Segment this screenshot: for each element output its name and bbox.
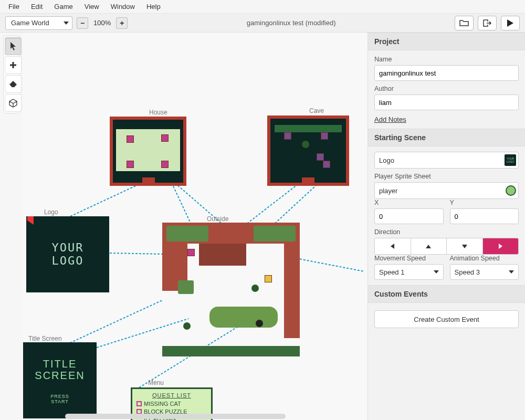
pointer-tool[interactable] [5,37,22,55]
player-sprite-select[interactable]: player [374,182,519,199]
custom-events-header: Custom Events [368,285,525,303]
direction-down[interactable] [447,238,483,254]
arrow-right-icon [499,244,502,249]
scene-label-title: Title Screen [28,335,62,342]
cube-tool[interactable] [5,94,22,112]
zoom-in-button[interactable]: + [116,17,128,29]
project-name-input[interactable] [374,65,519,81]
world-canvas[interactable]: House Cave Logo YOUR LOGO Outside [23,33,368,420]
title-line1: TITLE [23,358,97,370]
zoom-controls: − 100% + [77,17,128,29]
menu-window[interactable]: Window [106,1,140,12]
erase-tool[interactable] [5,75,22,93]
direction-label: Direction [374,228,519,236]
scene-label-cave: Cave [309,107,324,114]
player-sprite-value: player [379,187,506,195]
author-input[interactable] [374,94,519,110]
direction-buttons [374,238,519,255]
quest-list-header: QUEST LIST [136,392,207,398]
add-notes-link[interactable]: Add Notes [374,116,406,123]
cube-icon [8,98,18,108]
play-icon [507,19,513,27]
view-selector[interactable]: Game World [5,16,72,30]
logo-text: YOUR LOGO [52,242,84,267]
scene-title-screen[interactable]: TITLE SCREEN PRESS START [23,342,97,418]
start-scene-value: Logo [379,156,505,164]
add-tool[interactable] [5,56,22,74]
export-icon [482,19,492,27]
plus-icon [9,61,17,69]
scene-label-house: House [149,109,167,116]
animation-speed-select[interactable]: Speed 3 [450,264,519,280]
svg-line-5 [170,180,191,224]
title-line2: SCREEN [23,370,97,381]
direction-right[interactable] [483,238,519,254]
player-sprite-icon [506,185,516,196]
create-custom-event-button[interactable]: Create Custom Event [374,310,519,328]
x-input[interactable] [374,208,444,224]
movement-speed-label: Movement Speed [374,255,444,262]
zoom-out-button[interactable]: − [77,17,88,29]
svg-line-7 [246,180,304,224]
author-label: Author [374,85,519,92]
folder-icon [459,19,469,27]
start-flag-icon [27,216,34,225]
menu-file[interactable]: File [3,1,25,12]
svg-line-1 [110,253,164,254]
tool-column [0,33,23,420]
x-label: X [374,199,444,206]
arrow-left-icon [391,244,394,249]
export-button[interactable] [478,16,497,30]
toolbar: Game World − 100% + gamingonlinux test (… [0,14,525,33]
start-scene-select[interactable]: Logo YOURLOGO [374,152,519,169]
menu-help[interactable]: Help [141,1,166,12]
chevron-down-icon [509,270,514,274]
player-sprite-label: Player Sprite Sheet [374,173,519,180]
title-sub: PRESS START [23,394,97,404]
scene-logo[interactable]: YOUR LOGO [26,216,109,292]
scene-label-outside: Outside [207,215,228,223]
scene-label-logo: Logo [44,208,58,216]
zoom-value: 100% [90,19,114,27]
menu-edit[interactable]: Edit [26,1,48,12]
menubar: File Edit Game View Window Help [0,0,525,14]
arrow-up-icon [426,245,431,248]
movement-speed-select[interactable]: Speed 1 [374,264,444,280]
play-button[interactable] [501,16,520,30]
animation-speed-label: Animation Speed [450,255,519,262]
svg-line-3 [60,300,162,348]
scene-outside[interactable] [162,223,300,356]
quest-item: MISSING CAT [136,401,207,407]
scene-cave[interactable] [267,116,349,186]
inspector-panel: Project Name Author Add Notes Starting S… [368,33,525,420]
scene-thumb-icon: YOURLOGO [505,154,516,166]
menu-game[interactable]: Game [49,1,78,12]
eraser-icon [8,80,18,88]
y-label: Y [450,199,519,206]
name-label: Name [374,56,519,63]
direction-left[interactable] [375,238,411,254]
document-title: gamingonlinux test (modified) [132,19,450,27]
pointer-icon [9,41,17,51]
menu-view[interactable]: View [79,1,104,12]
direction-up[interactable] [411,238,447,254]
y-input[interactable] [450,208,519,224]
chevron-down-icon [64,22,69,25]
view-selector-label: Game World [11,19,49,27]
svg-line-9 [296,258,364,271]
horizontal-scrollbar[interactable] [65,414,286,419]
folder-button[interactable] [455,16,474,30]
starting-scene-header: Starting Scene [368,129,525,146]
scene-label-menu: Menu [148,379,164,386]
scene-house[interactable] [110,117,186,186]
arrow-down-icon [462,245,467,248]
project-header: Project [368,33,525,50]
chevron-down-icon [434,270,439,274]
